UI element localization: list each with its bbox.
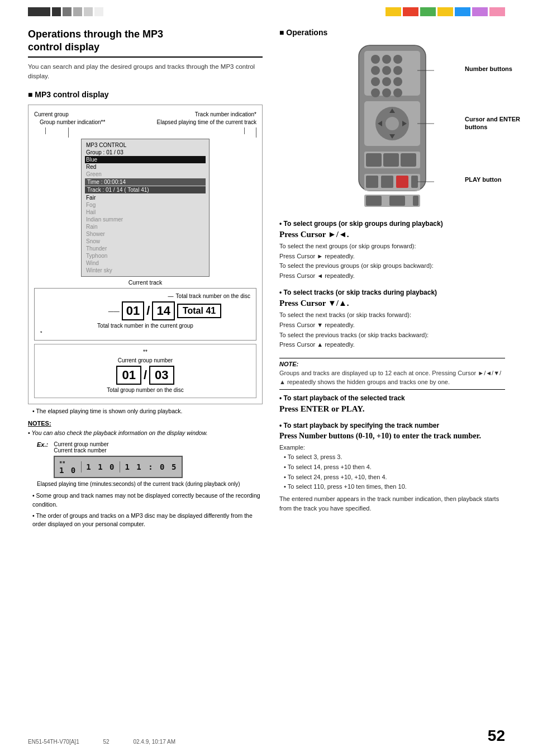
bar-gray-1 — [63, 7, 72, 16]
page-content: Operations through the MP3 control displ… — [28, 28, 505, 734]
svg-point-4 — [393, 55, 402, 64]
cursor-enter-label: Cursor and ENTER buttons — [465, 115, 521, 131]
top-bar-right — [386, 7, 505, 17]
bar-yellow-2 — [437, 7, 453, 16]
page-number: 52 — [488, 727, 505, 745]
mp3-control-screen: MP3 CONTROL Group : 01 / 03 Blue Red Gre… — [81, 139, 210, 277]
remote-svg — [325, 42, 459, 210]
annot-right-labels: Track number indication* Elapsed playing… — [157, 111, 256, 126]
svg-point-7 — [393, 66, 402, 75]
current-track-annot: —— — [69, 308, 120, 315]
total-group-box: 03 — [149, 366, 174, 385]
svg-rect-23 — [383, 153, 399, 167]
screen-row-group: Group : 01 / 03 — [85, 149, 206, 156]
svg-point-16 — [386, 117, 399, 130]
group-slash: / — [144, 368, 147, 382]
note-box: NOTE: Groups and tracks are displayed up… — [279, 358, 505, 390]
ops-item-4-command: Press Number buttons (0-10, +10) to ente… — [279, 432, 505, 441]
bar-blue — [455, 7, 470, 16]
current-track-num-box: 01 — [122, 301, 144, 320]
bar-pink — [489, 7, 505, 16]
bar-black-2 — [52, 7, 61, 16]
screen-row-snow: Snow — [85, 238, 206, 245]
arrow-line-2 — [68, 127, 69, 138]
bar-yellow — [386, 7, 401, 16]
bar-gray-4 — [94, 7, 103, 16]
screen-row-shower: Shower — [85, 230, 206, 238]
display-time-digits: 1 1 : 0 5 — [125, 462, 177, 471]
track-numbers-row: —— 01 / 14 Total 41 — [40, 301, 250, 320]
left-column: Operations through the MP3 control displ… — [28, 28, 263, 529]
bar-green — [420, 7, 436, 16]
bar-gray-3 — [84, 7, 93, 16]
svg-point-8 — [371, 77, 380, 86]
current-group-num-label: Current group number — [39, 357, 251, 363]
display-divider2 — [120, 461, 120, 472]
bar-black-1 — [28, 7, 50, 16]
current-track-label: Current track — [34, 279, 256, 286]
display-left-digits: ▪▪ 1 0 — [59, 459, 77, 475]
track-slash: / — [146, 304, 150, 318]
arrow-line-4 — [256, 127, 256, 138]
svg-rect-32 — [389, 196, 405, 206]
ex-label-row: Ex.: Current group number Current track … — [37, 441, 263, 453]
screen-row-indiansummer: Indian summer — [85, 216, 206, 223]
display-content: ▪▪ 1 0 1 1 0 1 1 : 0 5 — [59, 459, 177, 475]
total-track-disc-label: —Total track number on the disc — [40, 293, 250, 299]
ops-item-3-title: To start playback of the selected track — [279, 394, 505, 402]
svg-rect-22 — [366, 153, 382, 167]
ex-annotations: Current group number Current track numbe… — [54, 441, 108, 453]
top-bar-left — [28, 7, 103, 17]
svg-point-9 — [382, 77, 391, 86]
bar-red — [403, 7, 418, 16]
screen-row-hail: Hail — [85, 209, 206, 216]
ops-item-3-command: Press ENTER or PLAY. — [279, 404, 505, 414]
note-box-title: NOTE: — [279, 361, 505, 367]
ops-item-2: To select tracks (or skip tracks during … — [279, 289, 505, 349]
right-arrows — [244, 127, 256, 138]
right-column: Operations — [279, 28, 505, 529]
screen-row-mp3control: MP3 CONTROL — [85, 141, 206, 149]
ops-item-4: To start playback by specifying the trac… — [279, 422, 505, 514]
display-window-example: Ex.: Current group number Current track … — [37, 441, 263, 488]
ops-item-1-desc: To select the next groups (or skip group… — [279, 242, 505, 281]
screen-row-thunder: Thunder — [85, 245, 206, 252]
group-section-footnote: ** — [39, 349, 251, 355]
footer-left: EN51-54TH-V70[A]1 52 02.4.9, 10:17 AM — [28, 739, 175, 745]
track-number-diagram: —Total track number on the disc —— 01 / … — [34, 288, 256, 341]
left-arrows — [34, 127, 69, 138]
total-in-group-box: 14 — [152, 301, 174, 320]
note1-text: • You can also check the playback inform… — [28, 429, 263, 438]
bar-gray-2 — [73, 7, 82, 16]
screen-row-green: Green — [85, 171, 206, 178]
arrow-line-3 — [244, 127, 245, 134]
notes-title: NOTES: — [28, 420, 263, 427]
screen-row-fog: Fog — [85, 201, 206, 209]
svg-point-2 — [371, 55, 380, 64]
screen-row-typhoon: Typhoon — [85, 252, 206, 259]
ops-item-4-title: To start playback by specifying the trac… — [279, 422, 505, 429]
ops-item-1: To select groups (or skip groups during … — [279, 220, 505, 281]
two-column-layout: Operations through the MP3 control displ… — [28, 28, 505, 529]
group-numbers-row: 01 / 03 — [39, 366, 251, 385]
note-box-text: Groups and tracks are displayed up to 12… — [279, 368, 505, 387]
total-group-disc-label: Total group number on the disc — [39, 387, 251, 393]
screen-row-wintersky: Winter sky — [85, 267, 206, 274]
footnote-star-label: * — [40, 330, 250, 336]
display-window-mockup: ▪▪ 1 0 1 1 0 1 1 : 0 5 — [54, 456, 183, 478]
screen-row-wind: Wind — [85, 259, 206, 267]
notes-section: NOTES: • You can also check the playback… — [28, 420, 263, 529]
ex-elapsed-label: Elapsed playing time (minutes:seconds) o… — [37, 480, 263, 488]
ops-item-2-desc: To select the next tracks (or skip track… — [279, 310, 505, 349]
remote-control-area: Number buttons Cursor and ENTER buttons … — [325, 42, 459, 212]
arrow-lines-top — [34, 127, 256, 138]
annot-current-group-label: Current group Group number indication** — [34, 111, 105, 126]
top-color-bar — [28, 7, 505, 17]
mp3-display-subtitle: MP3 control display — [28, 90, 263, 99]
svg-rect-27 — [381, 176, 393, 188]
operations-list: To select groups (or skip groups during … — [279, 220, 505, 514]
play-button-label: PLAY button — [465, 176, 521, 183]
svg-point-3 — [382, 55, 391, 64]
svg-point-5 — [371, 66, 380, 75]
footnote-playback: • The elapsed playing time is shown only… — [28, 408, 263, 414]
